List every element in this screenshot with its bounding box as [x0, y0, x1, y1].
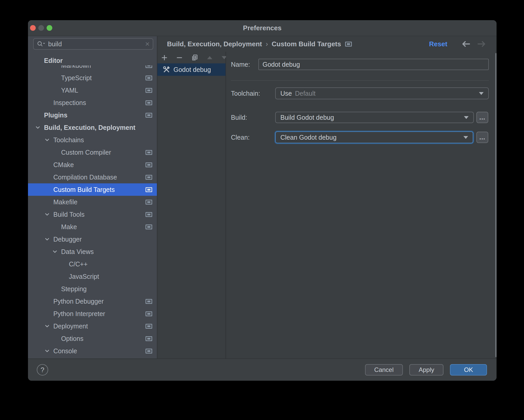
- sidebar-item-makefile[interactable]: Makefile: [28, 196, 157, 208]
- clear-search-icon[interactable]: ×: [145, 40, 150, 48]
- toolchain-label: Toolchain:: [231, 87, 260, 99]
- search-hit-screen-icon: [145, 113, 152, 118]
- sidebar-item-c-c[interactable]: C/C++: [28, 258, 157, 270]
- build-target-list-item[interactable]: Godot debug: [157, 63, 225, 76]
- sidebar-item-editor[interactable]: Editor: [28, 56, 157, 65]
- clean-dropdown[interactable]: Clean Godot debug: [275, 131, 473, 143]
- reset-link[interactable]: Reset: [429, 40, 447, 48]
- sidebar-item-debugger[interactable]: Debugger: [28, 233, 157, 245]
- breadcrumb-parent[interactable]: Build, Execution, Deployment: [167, 40, 262, 48]
- sidebar-item-build-execution-deployment[interactable]: Build, Execution, Deployment: [28, 121, 157, 134]
- sidebar-item-label: Build Tools: [53, 211, 145, 218]
- sidebar-item-deployment[interactable]: Deployment: [28, 320, 157, 332]
- search-hit-screen-icon: [145, 150, 152, 155]
- build-targets-list-panel: Godot debug: [157, 52, 226, 358]
- sidebar-item-label: Python Debugger: [53, 298, 145, 305]
- custom-build-target-form: Name: Toolchain: Use Default Build: Buil…: [226, 52, 497, 358]
- settings-search-box[interactable]: ×: [33, 38, 153, 50]
- search-hit-screen-icon: [145, 76, 152, 80]
- search-hit-screen-icon: [145, 88, 152, 93]
- search-hit-screen-icon: [145, 212, 152, 217]
- sidebar-item-label: Deployment: [53, 322, 145, 330]
- preferences-window: Preferences × Editor Markdown TypeScript: [28, 20, 497, 381]
- remove-icon[interactable]: [176, 54, 183, 61]
- sidebar-item-javascript[interactable]: JavaScript: [28, 270, 157, 283]
- sidebar-item-cmake[interactable]: CMake: [28, 159, 157, 171]
- minimize-window-button[interactable]: [38, 25, 44, 31]
- sidebar-item-label: JavaScript: [69, 273, 152, 280]
- search-hit-screen-icon: [145, 100, 152, 105]
- sidebar-item-label: Custom Build Targets: [53, 186, 145, 193]
- sidebar-item-console[interactable]: Console: [28, 345, 157, 357]
- sidebar-item-label: Custom Compiler: [61, 149, 145, 156]
- breadcrumb-separator-icon: ›: [266, 40, 268, 48]
- scrollbar[interactable]: [495, 53, 497, 357]
- search-hit-screen-icon: [145, 349, 152, 354]
- sidebar-item-make[interactable]: Make: [28, 221, 157, 233]
- settings-tree-rows: Markdown TypeScript YAML Inspections Plu…: [28, 56, 157, 357]
- sidebar-item-label: Toolchains: [53, 136, 152, 144]
- settings-header: Build, Execution, Deployment › Custom Bu…: [157, 36, 497, 52]
- sidebar-item-label: Build, Execution, Deployment: [44, 124, 152, 131]
- ok-button[interactable]: OK: [450, 364, 487, 376]
- name-field[interactable]: [258, 59, 489, 70]
- toolchain-value: Default: [295, 90, 315, 97]
- back-arrow-icon[interactable]: [461, 41, 471, 47]
- chevron-down-icon[interactable]: [45, 324, 53, 328]
- sidebar-item-label: Debugger: [53, 236, 152, 243]
- sidebar-item-stepping[interactable]: Stepping: [28, 283, 157, 295]
- sidebar-item-options[interactable]: Options: [28, 332, 157, 345]
- chevron-down-icon[interactable]: [35, 126, 44, 129]
- settings-sidebar: × Editor Markdown TypeScript YAML Inspec…: [28, 36, 157, 358]
- sidebar-item-label: CMake: [53, 161, 145, 169]
- build-target-label: Godot debug: [173, 66, 211, 73]
- sidebar-item-build-tools[interactable]: Build Tools: [28, 208, 157, 221]
- toolchain-dropdown[interactable]: Use Default: [275, 87, 489, 99]
- chevron-down-icon: [463, 136, 468, 139]
- toolchain-value-prefix: Use: [280, 90, 292, 97]
- chevron-down-icon[interactable]: [52, 250, 61, 253]
- sidebar-item-data-views[interactable]: Data Views: [28, 245, 157, 258]
- sidebar-item-custom-compiler[interactable]: Custom Compiler: [28, 146, 157, 159]
- sidebar-item-plugins[interactable]: Plugins: [28, 109, 157, 121]
- help-button[interactable]: ?: [37, 364, 48, 376]
- sidebar-item-python-interpreter[interactable]: Python Interpreter: [28, 308, 157, 320]
- search-hit-screen-icon: [145, 224, 152, 229]
- build-label: Build:: [231, 112, 247, 123]
- copy-icon[interactable]: [191, 54, 198, 61]
- chevron-down-icon[interactable]: [45, 237, 53, 241]
- section-divider: [231, 80, 489, 81]
- sidebar-item-typescript[interactable]: TypeScript: [28, 72, 157, 84]
- sidebar-item-label: Makefile: [53, 198, 145, 206]
- move-up-icon[interactable]: [207, 56, 213, 60]
- sidebar-item-label: Stepping: [61, 285, 152, 293]
- search-icon[interactable]: [37, 41, 46, 47]
- search-hit-screen-icon: [145, 187, 152, 192]
- sidebar-item-compilation-database[interactable]: Compilation Database: [28, 171, 157, 183]
- forward-arrow-icon[interactable]: [477, 41, 486, 47]
- sidebar-item-toolchains[interactable]: Toolchains: [28, 134, 157, 146]
- build-dropdown[interactable]: Build Godot debug: [275, 112, 474, 123]
- sidebar-item-inspections[interactable]: Inspections: [28, 96, 157, 109]
- apply-button[interactable]: Apply: [409, 364, 443, 376]
- clean-browse-button[interactable]: ...: [476, 132, 488, 143]
- search-input[interactable]: [48, 40, 145, 48]
- settings-tree: Editor Markdown TypeScript YAML Inspecti…: [28, 56, 157, 358]
- sidebar-item-label: C/C++: [69, 260, 152, 268]
- sidebar-item-python-debugger[interactable]: Python Debugger: [28, 295, 157, 308]
- sidebar-item-label: Make: [61, 223, 145, 231]
- list-toolbar: [157, 52, 225, 63]
- search-hit-screen-icon: [145, 311, 152, 316]
- chevron-down-icon[interactable]: [45, 138, 53, 142]
- sidebar-item-label: Data Views: [61, 248, 152, 256]
- zoom-window-button[interactable]: [47, 25, 52, 31]
- clean-value: Clean Godot debug: [280, 134, 337, 141]
- chevron-down-icon[interactable]: [45, 213, 53, 216]
- close-window-button[interactable]: [30, 25, 36, 31]
- add-icon[interactable]: [161, 54, 168, 61]
- chevron-down-icon[interactable]: [45, 349, 53, 353]
- sidebar-item-custom-build-targets[interactable]: Custom Build Targets: [28, 183, 157, 196]
- sidebar-item-yaml[interactable]: YAML: [28, 84, 157, 96]
- cancel-button[interactable]: Cancel: [365, 364, 403, 376]
- build-browse-button[interactable]: ...: [476, 112, 488, 123]
